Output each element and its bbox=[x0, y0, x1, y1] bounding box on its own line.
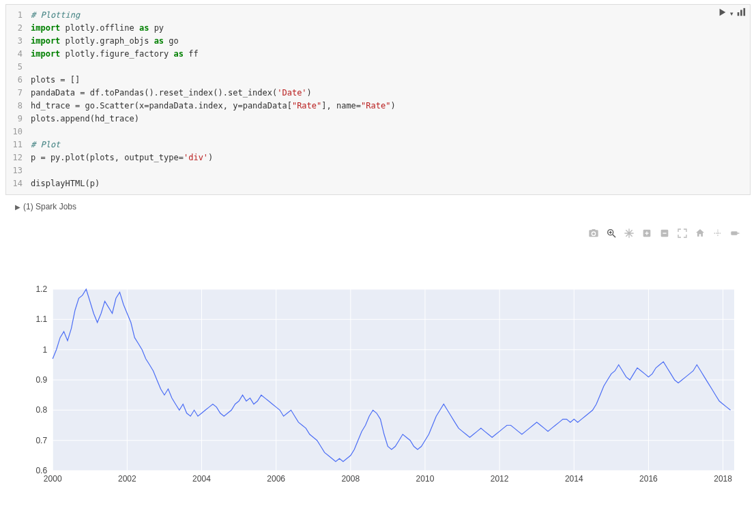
svg-text:2006: 2006 bbox=[267, 474, 285, 484]
svg-text:2000: 2000 bbox=[44, 474, 62, 484]
bar-chart-icon[interactable] bbox=[736, 8, 746, 19]
svg-text:2010: 2010 bbox=[416, 474, 435, 484]
svg-rect-1 bbox=[738, 12, 740, 16]
plotly-chart[interactable]: 0.60.70.80.911.11.2200020022004200620082… bbox=[15, 281, 741, 486]
reset-axes-icon[interactable] bbox=[695, 228, 706, 239]
spark-jobs-toggle[interactable]: ▶(1) Spark Jobs bbox=[15, 202, 751, 211]
svg-text:2016: 2016 bbox=[639, 474, 658, 484]
code-content[interactable]: # Plottingimport plotly.offline as pyimp… bbox=[27, 5, 750, 194]
run-menu-caret-icon[interactable]: ▾ bbox=[730, 10, 733, 17]
pan-icon[interactable] bbox=[624, 228, 635, 239]
svg-text:2008: 2008 bbox=[341, 474, 360, 484]
svg-rect-3 bbox=[744, 8, 746, 16]
cell-run-controls: ▾ bbox=[718, 8, 746, 19]
svg-rect-10 bbox=[646, 231, 647, 235]
svg-text:0.9: 0.9 bbox=[35, 375, 47, 385]
zoom-in-icon[interactable] bbox=[641, 228, 652, 239]
svg-text:2012: 2012 bbox=[491, 474, 509, 484]
code-editor[interactable]: ▾ 1234567891011121314 # Plottingimport p… bbox=[5, 4, 751, 195]
expand-caret-icon: ▶ bbox=[15, 203, 20, 211]
camera-icon[interactable] bbox=[588, 228, 599, 239]
svg-marker-0 bbox=[720, 9, 726, 16]
svg-text:2014: 2014 bbox=[565, 474, 583, 484]
svg-text:1: 1 bbox=[42, 345, 47, 355]
plotly-modebar bbox=[5, 228, 741, 239]
svg-rect-12 bbox=[663, 233, 666, 233]
svg-marker-16 bbox=[738, 233, 740, 235]
zoom-icon[interactable] bbox=[606, 228, 617, 239]
svg-text:1.2: 1.2 bbox=[35, 284, 47, 294]
svg-rect-2 bbox=[740, 10, 742, 16]
zoom-out-icon[interactable] bbox=[659, 228, 670, 239]
svg-rect-15 bbox=[731, 231, 737, 235]
svg-text:2002: 2002 bbox=[118, 474, 136, 484]
svg-text:2004: 2004 bbox=[192, 474, 211, 484]
hover-compare-icon[interactable] bbox=[730, 228, 741, 239]
spike-lines-icon[interactable] bbox=[712, 228, 723, 239]
svg-text:2018: 2018 bbox=[714, 474, 732, 484]
autoscale-icon[interactable] bbox=[677, 228, 688, 239]
line-number-gutter: 1234567891011121314 bbox=[6, 5, 27, 194]
run-cell-button[interactable] bbox=[718, 8, 727, 19]
svg-text:1.1: 1.1 bbox=[35, 314, 47, 324]
svg-line-5 bbox=[613, 235, 615, 237]
notebook-cell: ▾ 1234567891011121314 # Plottingimport p… bbox=[5, 4, 751, 486]
svg-text:0.8: 0.8 bbox=[35, 405, 47, 415]
svg-text:0.7: 0.7 bbox=[35, 436, 47, 445]
